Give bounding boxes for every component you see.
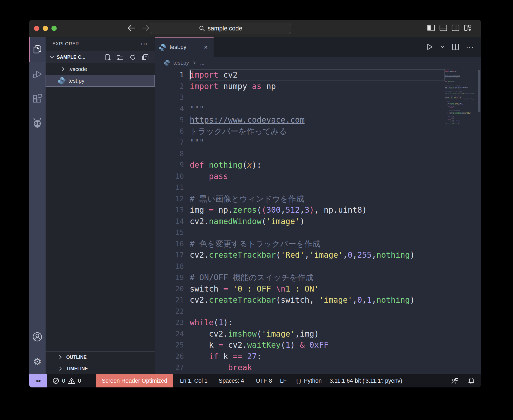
breadcrumb-more[interactable]: ...	[200, 60, 205, 66]
warning-count: 0	[78, 378, 81, 384]
code-line: 11	[155, 182, 481, 193]
search-query-text: sample code	[208, 25, 242, 32]
timeline-label: TIMELINE	[66, 366, 88, 372]
tree-item-testpy-file[interactable]: test.py	[46, 75, 155, 87]
run-debug-icon	[32, 69, 43, 80]
folder-name: .vscode	[68, 66, 87, 72]
problems-status[interactable]: 0 0	[52, 377, 81, 384]
python-interpreter-status[interactable]: 3.11.1 64-bit ('3.11.1': pyenv)	[330, 378, 402, 384]
code-line: 19# ON/OFF 機能のスイッチを作成	[155, 272, 481, 283]
eol-status[interactable]: LF	[280, 378, 287, 384]
code-line: 5https://www.codevace.com	[155, 114, 481, 126]
collapse-all-icon[interactable]	[141, 54, 149, 61]
breadcrumb-file[interactable]: test.py	[173, 60, 189, 66]
code-line: 13img = np.zeros((300,512,3), np.uint8)	[155, 204, 481, 216]
encoding-status[interactable]: UTF-8	[256, 378, 272, 384]
activity-settings[interactable]: ⚙	[29, 349, 46, 374]
activity-run-debug[interactable]	[29, 62, 46, 87]
new-file-icon[interactable]	[104, 54, 111, 61]
language-mode[interactable]: {} Python	[295, 378, 322, 384]
toggle-primary-sidebar-icon[interactable]	[427, 24, 435, 32]
python-icon	[58, 77, 66, 85]
error-count: 0	[62, 378, 65, 384]
chevron-right-icon	[192, 60, 197, 65]
tab-testpy[interactable]: test.py ×	[155, 37, 214, 57]
outline-section[interactable]: OUTLINE	[46, 351, 155, 363]
code-line: 27 break	[155, 362, 481, 373]
activity-extensions[interactable]	[29, 87, 46, 111]
folder-section-header[interactable]: SAMPLE C...	[46, 51, 155, 63]
code-line: 18	[155, 261, 481, 272]
code-editor[interactable]: 1import cv22import numpy as np34"""5http…	[155, 69, 481, 374]
remote-indicator[interactable]: ><	[29, 374, 47, 387]
chevron-right-icon	[60, 66, 66, 72]
code-line: 2import numpy as np	[155, 81, 481, 92]
timeline-section[interactable]: TIMELINE	[46, 363, 155, 374]
status-bar: >< 0 0 Screen Reader Optimized Ln 1, Col…	[29, 374, 481, 387]
code-line: 23while(1):	[155, 317, 481, 328]
split-editor-icon[interactable]	[452, 43, 459, 51]
cursor-position-label: Ln 1, Col 1	[180, 378, 207, 384]
cursor-position[interactable]: Ln 1, Col 1	[180, 378, 207, 384]
code-line: 1import cv2	[155, 69, 481, 81]
code-line: 7"""	[155, 137, 481, 148]
code-line: 3	[155, 92, 481, 103]
text-cursor	[190, 70, 191, 79]
code-line: 26 if k == 27:	[155, 351, 481, 362]
titlebar: sample code	[29, 20, 481, 37]
account-icon	[32, 332, 43, 342]
command-center-search[interactable]: sample code	[150, 23, 291, 34]
code-line: 9def nothing(x):	[155, 159, 481, 171]
warning-icon	[68, 377, 75, 384]
close-window-button[interactable]	[34, 26, 39, 31]
minimize-window-button[interactable]	[43, 26, 48, 31]
encoding-label: UTF-8	[256, 378, 272, 384]
screen-reader-badge[interactable]: Screen Reader Optimized	[96, 374, 173, 387]
extensions-icon	[32, 94, 43, 104]
zoom-window-button[interactable]	[51, 26, 57, 31]
run-dropdown-icon[interactable]	[440, 44, 445, 50]
language-label: Python	[304, 378, 322, 384]
more-actions-icon[interactable]: ⋯	[466, 42, 474, 52]
toggle-secondary-sidebar-icon[interactable]	[452, 24, 459, 32]
refresh-icon[interactable]	[129, 54, 136, 61]
outline-label: OUTLINE	[66, 355, 87, 360]
activity-ai-assistant[interactable]	[29, 111, 46, 136]
scrollbar-thumb[interactable]	[478, 70, 480, 112]
sidebar-title: EXPLORER	[52, 41, 79, 47]
code-line: 24 cv2.imshow('image',img)	[155, 328, 481, 340]
run-file-button[interactable]	[426, 43, 434, 51]
code-line: 15	[155, 227, 481, 238]
activity-explorer[interactable]	[29, 37, 46, 62]
file-name: test.py	[68, 78, 84, 84]
bell-icon[interactable]	[468, 377, 475, 385]
settings-gear-icon: ⚙	[33, 357, 42, 367]
toggle-panel-icon[interactable]	[439, 24, 447, 32]
tree-item-vscode-folder[interactable]: .vscode	[46, 63, 155, 75]
new-folder-icon[interactable]	[117, 54, 124, 61]
tab-bar: test.py × ⋯	[155, 37, 481, 57]
search-icon	[199, 25, 205, 32]
code-line: 16# 色を変更するトラックバーを作成	[155, 238, 481, 250]
code-line: 20switch = '0 : OFF \n1 : ON'	[155, 283, 481, 295]
activity-accounts[interactable]	[29, 324, 46, 349]
traffic-lights	[34, 26, 57, 31]
customize-layout-icon[interactable]	[464, 24, 472, 32]
breadcrumb: test.py ...	[155, 57, 481, 69]
close-icon[interactable]: ×	[202, 44, 209, 51]
feedback-icon[interactable]	[451, 377, 458, 385]
minimap[interactable]: import cv2import numpy as np"""https://w…	[445, 69, 476, 124]
forward-arrow-icon[interactable]	[141, 24, 151, 33]
python-icon	[159, 44, 166, 51]
code-line: 10 pass	[155, 171, 481, 182]
code-line: 6トラックバーを作ってみる	[155, 126, 481, 137]
indentation-status[interactable]: Spaces: 4	[219, 378, 244, 384]
code-line: 14cv2.namedWindow('image')	[155, 216, 481, 227]
tab-label: test.py	[170, 44, 186, 51]
chevron-right-icon	[58, 366, 63, 371]
code-line: 4"""	[155, 103, 481, 115]
robot-icon	[32, 118, 43, 130]
chevron-right-icon	[58, 355, 63, 360]
code-line: 21cv2.createTrackbar(switch, 'image',0,1…	[155, 294, 481, 306]
back-arrow-icon[interactable]	[127, 24, 136, 33]
